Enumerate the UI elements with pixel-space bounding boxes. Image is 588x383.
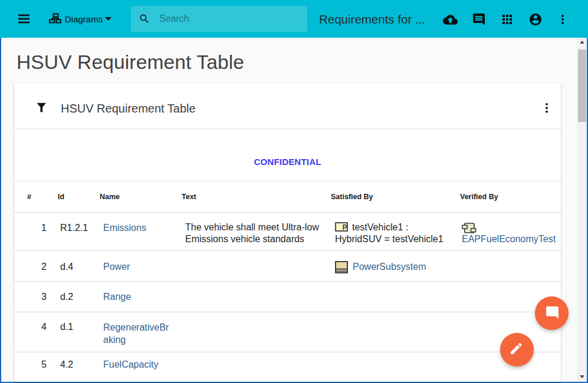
svg-text:P: P	[343, 223, 347, 232]
